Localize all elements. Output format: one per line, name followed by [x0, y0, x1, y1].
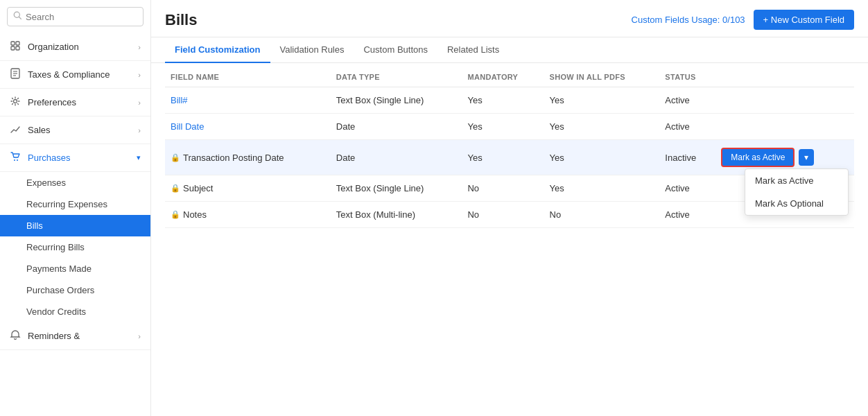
purchases-icon [10, 151, 21, 164]
svg-point-10 [14, 100, 17, 103]
show-in-pdfs-cell: Yes [544, 175, 660, 202]
mandatory-cell: No [462, 202, 544, 228]
tab-related-lists[interactable]: Related Lists [437, 37, 509, 63]
mandatory-cell: Yes [462, 114, 544, 140]
header: Bills Custom Fields Usage: 0/103 + New C… [151, 0, 868, 37]
sidebar-item-preferences-label: Preferences [28, 97, 138, 107]
svg-rect-4 [11, 46, 15, 50]
dropdown-menu: Mark as Active Mark As Optional [745, 168, 849, 216]
mandatory-cell: No [462, 175, 544, 202]
data-type-cell: Text Box (Multi-line) [331, 202, 462, 228]
tabs-bar: Field Customization Validation Rules Cus… [151, 37, 868, 63]
svg-line-1 [19, 17, 21, 19]
show-in-pdfs-cell: No [544, 202, 660, 228]
page-title: Bills [165, 11, 197, 29]
field-name-cell: 🔒 Notes [165, 202, 331, 228]
sidebar-item-purchases[interactable]: Purchases ▾ [0, 144, 150, 172]
status-cell: Active [659, 114, 715, 140]
action-cell: Mark as Active ▾ Mark as Active Mark As … [715, 140, 854, 175]
subnav-item-recurring-expenses[interactable]: Recurring Expenses [0, 193, 150, 215]
field-name-cell: Bill# [165, 87, 331, 114]
subnav-item-purchase-orders[interactable]: Purchase Orders [0, 279, 150, 301]
sidebar-item-purchases-label: Purchases [28, 153, 137, 163]
dropdown-toggle-button[interactable]: ▾ [799, 149, 814, 166]
chevron-down-icon: ▾ [804, 153, 808, 162]
status-cell: Active [659, 202, 715, 228]
action-cell [715, 114, 854, 140]
lock-icon: 🔒 [171, 153, 180, 162]
sales-icon [10, 123, 21, 137]
tax-icon [10, 68, 21, 81]
svg-point-11 [14, 159, 15, 161]
new-custom-field-button[interactable]: + New Custom Field [754, 10, 854, 30]
data-type-cell: Date [331, 140, 462, 175]
subnav-item-recurring-bills[interactable]: Recurring Bills [0, 236, 150, 258]
field-name-text: Transaction Posting Date [183, 153, 284, 163]
svg-rect-2 [11, 42, 15, 45]
tab-custom-buttons[interactable]: Custom Buttons [354, 37, 437, 63]
sidebar-item-preferences[interactable]: Preferences › [0, 89, 150, 116]
purchases-subnav: Expenses Recurring Expenses Bills Recurr… [0, 172, 150, 322]
sidebar: Organization › Taxes & Compliance › Pref… [0, 0, 151, 416]
sidebar-item-reminders-label: Reminders & [28, 331, 138, 341]
dropdown-mark-as-active[interactable]: Mark as Active [745, 169, 848, 192]
lock-icon: 🔒 [171, 184, 180, 193]
field-name-text: Subject [183, 183, 213, 193]
show-in-pdfs-cell: Yes [544, 114, 660, 140]
search-icon [13, 11, 22, 22]
svg-rect-3 [16, 42, 19, 45]
svg-point-12 [17, 159, 18, 161]
table-container: FIELD NAME DATA TYPE MANDATORY SHOW IN A… [151, 63, 868, 416]
field-name-link[interactable]: Bill# [171, 95, 188, 105]
chevron-right-icon: › [138, 98, 141, 107]
subnav-item-payments-made[interactable]: Payments Made [0, 258, 150, 279]
main-content: Bills Custom Fields Usage: 0/103 + New C… [151, 0, 868, 416]
header-right: Custom Fields Usage: 0/103 + New Custom … [632, 10, 854, 30]
field-name-cell: 🔒 Transaction Posting Date [165, 140, 331, 175]
table-row: Bill# Text Box (Single Line) Yes Yes Act… [165, 87, 854, 114]
data-type-cell: Text Box (Single Line) [331, 87, 462, 114]
subnav-item-vendor-credits[interactable]: Vendor Credits [0, 301, 150, 322]
status-cell: Active [659, 175, 715, 202]
subnav-item-expenses[interactable]: Expenses [0, 172, 150, 193]
data-type-cell: Date [331, 114, 462, 140]
table-row: 🔒 Transaction Posting Date Date Yes Yes … [165, 140, 854, 175]
dropdown-mark-as-optional[interactable]: Mark As Optional [745, 192, 848, 215]
sidebar-item-organization-label: Organization [28, 42, 138, 52]
col-header-mandatory: MANDATORY [462, 66, 544, 87]
fields-table: FIELD NAME DATA TYPE MANDATORY SHOW IN A… [165, 66, 854, 228]
reminders-icon [10, 329, 21, 343]
chevron-down-icon: ▾ [137, 153, 141, 162]
mandatory-cell: Yes [462, 87, 544, 114]
field-name-text: Notes [183, 209, 207, 220]
table-row: Bill Date Date Yes Yes Active [165, 114, 854, 140]
sidebar-item-organization[interactable]: Organization › [0, 33, 150, 61]
search-box[interactable] [7, 7, 144, 26]
field-name-cell: 🔒 Subject [165, 175, 331, 202]
mandatory-cell: Yes [462, 140, 544, 175]
lock-icon: 🔒 [171, 210, 180, 219]
field-name-link[interactable]: Bill Date [171, 121, 204, 132]
chevron-right-icon: › [138, 332, 141, 340]
tab-validation-rules[interactable]: Validation Rules [270, 37, 354, 63]
svg-rect-5 [16, 46, 19, 50]
org-icon [10, 40, 21, 53]
col-header-data-type: DATA TYPE [331, 66, 462, 87]
sidebar-item-sales[interactable]: Sales › [0, 116, 150, 144]
mark-as-active-button[interactable]: Mark as Active [721, 148, 795, 167]
sidebar-item-reminders[interactable]: Reminders & › [0, 322, 150, 350]
tab-field-customization[interactable]: Field Customization [165, 37, 270, 63]
sidebar-item-taxes-compliance[interactable]: Taxes & Compliance › [0, 61, 150, 89]
status-cell: Active [659, 87, 715, 114]
pref-icon [10, 96, 21, 109]
data-type-cell: Text Box (Single Line) [331, 175, 462, 202]
chevron-right-icon: › [138, 71, 141, 79]
action-cell [715, 87, 854, 114]
sidebar-item-sales-label: Sales [28, 125, 138, 135]
col-header-field-name: FIELD NAME [165, 66, 331, 87]
status-cell: Inactive [659, 140, 715, 175]
field-name-cell: Bill Date [165, 114, 331, 140]
subnav-item-bills[interactable]: Bills [0, 215, 150, 236]
search-input[interactable] [26, 12, 137, 22]
chevron-right-icon: › [138, 126, 141, 135]
